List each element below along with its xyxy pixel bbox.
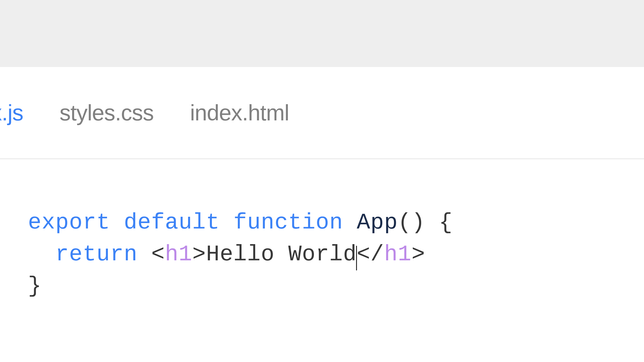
- jsx-close-lt: <: [357, 242, 370, 267]
- keyword-return: return: [55, 242, 138, 267]
- code-line-1: export default function App() {: [28, 207, 644, 239]
- jsx-close-gt: >: [411, 242, 425, 267]
- tab-styles-css[interactable]: styles.css: [60, 100, 154, 126]
- jsx-text: Hello World: [206, 242, 357, 267]
- jsx-open-gt: >: [192, 242, 206, 267]
- code-editor[interactable]: export default function App() { return <…: [0, 159, 644, 302]
- tab-bar: dex.js styles.css index.html: [0, 67, 644, 159]
- brace-open: {: [439, 210, 453, 235]
- brace-close: }: [28, 273, 42, 299]
- code-line-2: return <h1>Hello World</h1>: [28, 239, 644, 270]
- function-name: App: [357, 210, 398, 235]
- keyword-default: default: [124, 210, 220, 235]
- text-cursor: [356, 246, 357, 270]
- jsx-open-lt: <: [151, 242, 165, 267]
- keyword-export: export: [28, 210, 110, 235]
- indent: [28, 242, 55, 267]
- parentheses: (): [398, 210, 425, 235]
- tab-index-html[interactable]: index.html: [190, 100, 289, 126]
- code-line-3: }: [28, 270, 644, 302]
- toolbar: [0, 0, 644, 67]
- jsx-tag-h1-close: h1: [384, 242, 411, 267]
- jsx-close-slash: /: [370, 242, 384, 267]
- jsx-tag-h1-open: h1: [165, 242, 192, 267]
- tab-index-js[interactable]: dex.js: [0, 100, 23, 126]
- keyword-function: function: [233, 210, 343, 235]
